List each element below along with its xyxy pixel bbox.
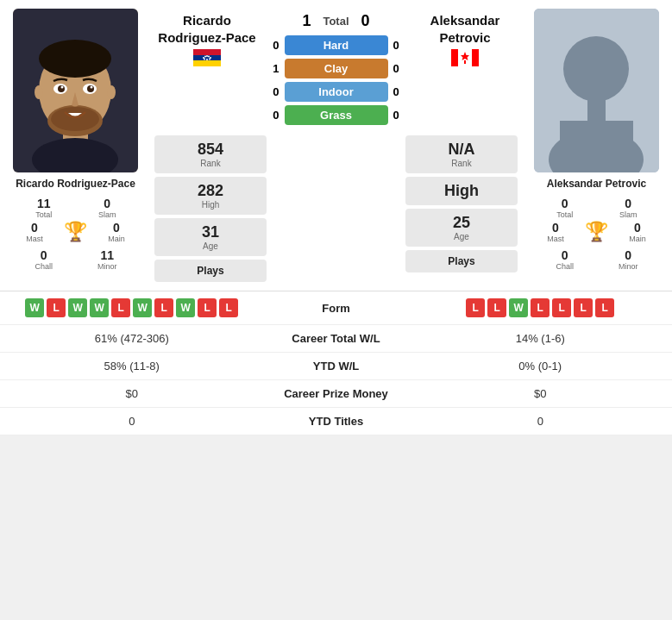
r-badge-l5: L (574, 298, 593, 317)
right-rank-boxes: N/A Rank High 25 Age Plays (405, 135, 518, 282)
svg-point-6 (51, 107, 99, 131)
svg-point-4 (39, 40, 111, 78)
form-row: W L W W L W L W L L Form L L W L (0, 291, 672, 325)
left-plays-value: Plays (172, 265, 249, 277)
right-stat-slam: 0 Slam (598, 195, 660, 221)
ytd-titles-label: YTD Titles (250, 415, 423, 428)
right-high-value: High (423, 182, 500, 200)
center-spacer (267, 135, 405, 282)
hard-right-score: 0 (393, 39, 409, 52)
trophy-icon-left: 🏆 (60, 221, 91, 243)
left-high-label: High (172, 200, 249, 210)
bottom-section: W L W W L W L W L L Form L L W L (0, 291, 672, 435)
hard-left-score: 0 (264, 39, 279, 52)
left-ytd-titles: 0 (14, 415, 250, 428)
left-flag-container (151, 49, 263, 66)
grass-left-score: 0 (264, 109, 279, 122)
badge-w4: W (133, 298, 152, 317)
indoor-left-score: 0 (264, 85, 279, 98)
prize-money-row: $0 Career Prize Money $0 (0, 380, 672, 408)
left-stat-chall: 0 Chall (13, 247, 75, 272)
left-trophy-row: 0 Mast 🏆 0 Main (9, 221, 142, 243)
ytd-wl-label: YTD W/L (250, 360, 423, 373)
svg-rect-17 (193, 60, 221, 66)
badge-l2: L (111, 298, 130, 317)
badge-w5: W (176, 298, 195, 317)
right-form-badges-container: L L W L L L L (423, 298, 659, 317)
badge-w2: W (68, 298, 87, 317)
svg-point-20 (206, 55, 208, 57)
right-age-box: 25 Age (405, 209, 518, 247)
surface-row-indoor: 0 Indoor 0 (264, 82, 409, 102)
svg-point-25 (206, 59, 208, 60)
right-player-stats: 0 Total 0 Slam (534, 195, 659, 221)
svg-point-13 (35, 85, 43, 99)
left-player-name: Ricardo Rodriguez-Pace (16, 178, 135, 191)
ytd-wl-row: 58% (11-8) YTD W/L 0% (0-1) (0, 353, 672, 380)
svg-point-19 (204, 56, 206, 58)
svg-point-14 (107, 85, 116, 99)
r-badge-l6: L (595, 298, 614, 317)
svg-point-12 (91, 86, 93, 89)
career-wl-row: 61% (472-306) Career Total W/L 14% (1-6) (0, 325, 672, 353)
right-flag (451, 49, 479, 66)
badge-w1: W (25, 298, 44, 317)
clay-badge: Clay (285, 59, 388, 78)
left-form-badges-container: W L W W L W L W L L (14, 298, 250, 317)
badge-l5: L (219, 298, 238, 317)
left-player-stats: 11 Total 0 Slam (13, 195, 138, 221)
left-high-box: 282 High (154, 177, 267, 215)
left-form-badges: W L W W L W L W L L (14, 298, 250, 317)
left-age-box: 31 Age (154, 218, 267, 256)
indoor-right-score: 0 (393, 85, 409, 98)
center-names-row: Ricardo Rodriguez-Pace (151, 9, 521, 132)
right-player-photo (534, 9, 659, 172)
center-area: Ricardo Rodriguez-Pace (151, 9, 521, 282)
clay-right-score: 0 (393, 62, 409, 75)
left-player-stats-2: 0 Chall 11 Minor (13, 247, 138, 272)
badge-w3: W (90, 298, 109, 317)
right-career-wl: 14% (1-6) (423, 332, 659, 345)
prize-money-label: Career Prize Money (250, 387, 423, 400)
left-age-value: 31 (172, 223, 249, 241)
center-left-name-block: Ricardo Rodriguez-Pace (151, 12, 263, 128)
right-stat-minor: 0 Minor (598, 247, 660, 272)
trophy-icon-right: 🏆 (581, 221, 612, 243)
r-badge-l3: L (531, 298, 550, 317)
left-flag (193, 49, 221, 66)
right-player-stats-2: 0 Chall 0 Minor (534, 247, 659, 272)
svg-point-11 (61, 86, 64, 89)
right-stat-chall: 0 Chall (534, 247, 596, 272)
right-stat-total: 0 Total (534, 195, 596, 221)
svg-point-24 (204, 59, 205, 60)
top-section: Ricardo Rodriguez-Pace 11 Total 0 Slam 0… (0, 0, 672, 291)
total-label: Total (323, 15, 349, 28)
left-ytd-wl: 58% (11-8) (14, 360, 250, 373)
surface-row-clay: 1 Clay 0 (264, 59, 409, 78)
svg-point-23 (209, 59, 210, 60)
right-center-name: Aleksandar Petrovic (409, 12, 521, 46)
svg-rect-35 (587, 99, 606, 123)
right-plays-box: Plays (405, 250, 518, 272)
svg-rect-30 (464, 60, 466, 64)
svg-rect-28 (472, 49, 479, 66)
r-badge-l1: L (466, 298, 485, 317)
left-player-area: Ricardo Rodriguez-Pace 11 Total 0 Slam 0… (0, 9, 151, 272)
grass-right-score: 0 (393, 109, 409, 122)
right-age-value: 25 (423, 214, 500, 232)
career-wl-label: Career Total W/L (250, 332, 423, 345)
left-rank-label: Rank (172, 159, 249, 168)
left-age-label: Age (172, 241, 249, 251)
r-badge-l4: L (552, 298, 571, 317)
svg-point-32 (563, 36, 629, 102)
clay-left-score: 1 (264, 62, 279, 75)
left-stat-slam: 0 Slam (77, 195, 139, 221)
left-career-wl: 61% (472-306) (14, 332, 250, 345)
left-prize-money: $0 (14, 387, 250, 400)
right-rank-value: N/A (423, 141, 500, 159)
left-plays-box: Plays (154, 260, 267, 282)
left-player-photo (13, 9, 138, 172)
right-high-box: High (405, 177, 518, 205)
r-badge-l2: L (487, 298, 506, 317)
form-label: Form (250, 302, 423, 315)
